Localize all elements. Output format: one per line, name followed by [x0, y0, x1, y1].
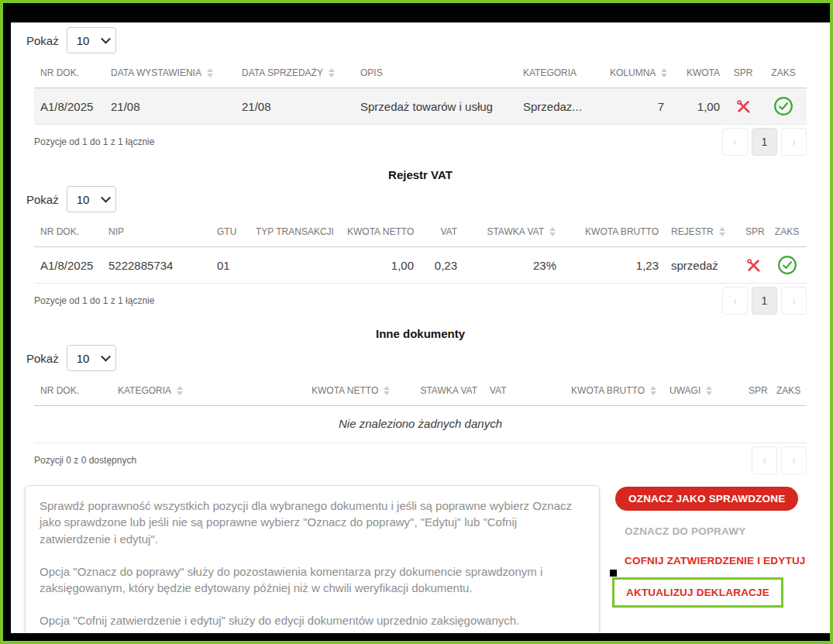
table-row[interactable]: A1/8/2025 5222885734 01 1,00 0,23 23% 1,… — [34, 247, 807, 284]
documents-page-size-select[interactable]: 10 — [67, 27, 116, 53]
cell-vat: 0,23 — [420, 247, 463, 284]
spr-status-cell — [739, 247, 767, 284]
cell-kwota-brutto: 1,23 — [563, 247, 665, 284]
cell-nr-dok: A1/8/2025 — [34, 247, 102, 284]
sort-icon — [207, 68, 214, 77]
content-area: Pokaż 10 NR DOK. DATA WYSTAWIENIA DATA — [11, 22, 830, 633]
page-1-button[interactable]: 1 — [752, 287, 777, 315]
inne-table-footer: Pozycji 0 z 0 dostępnych ‹ › — [34, 446, 807, 474]
col-kategoria: KATEGORIA — [517, 61, 604, 88]
cell-kwota-netto: 1,00 — [341, 247, 420, 284]
col-nr-dok: NR DOK. — [34, 61, 105, 88]
next-page-button[interactable]: › — [781, 287, 807, 315]
col-gtu: GTU — [211, 220, 250, 247]
rejestr-pagination: ‹ 1 › — [722, 287, 807, 315]
table-row[interactable]: A1/8/2025 21/08 21/08 Sprzedaż towarów i… — [34, 88, 807, 125]
rejestr-table-footer: Pozycje od 1 do 1 z 1 łącznie ‹ 1 › — [34, 287, 807, 315]
col-spr: SPR — [739, 220, 767, 247]
update-declarations-wrap: AKTUALIZUJ DEKLARACJE — [612, 577, 783, 608]
inne-dokumenty-table: NR DOK. KATEGORIA KWOTA NETTO STAWKA VAT… — [34, 379, 807, 443]
zaks-status-cell — [767, 247, 807, 284]
documents-table: NR DOK. DATA WYSTAWIENIA DATA SPRZEDAŻY … — [34, 61, 807, 125]
instruction-paragraph: Opcja "Cofnij zatwierdzenie i edytuj" sł… — [40, 612, 585, 629]
col-kategoria[interactable]: KATEGORIA — [112, 379, 305, 406]
cell-data-sprzedazy: 21/08 — [236, 88, 354, 125]
update-declarations-button[interactable]: AKTUALIZUJ DEKLARACJE — [612, 577, 783, 608]
cell-rejestr: sprzedaż — [665, 247, 739, 284]
mark-for-correction-button[interactable]: OZNACZ DO POPRAWY — [625, 525, 745, 537]
empty-message: Nie znaleziono żadnych danych — [34, 406, 807, 443]
spr-status-cell — [726, 88, 760, 125]
cell-kwota: 1,00 — [670, 88, 726, 125]
documents-section: Pokaż 10 NR DOK. DATA WYSTAWIENIA DATA — [25, 27, 816, 156]
sort-icon — [706, 386, 713, 395]
actions-column: OZNACZ JAKO SPRAWDZONE OZNACZ DO POPRAWY… — [615, 485, 806, 608]
col-vat: VAT — [420, 220, 463, 247]
prev-page-button[interactable]: ‹ — [752, 446, 777, 474]
inne-page-size-select[interactable]: 10 — [67, 345, 116, 371]
sort-icon — [719, 227, 726, 236]
cell-typ-transakcji — [250, 247, 341, 284]
prev-page-button[interactable]: ‹ — [722, 128, 748, 156]
rejestr-count-text: Pozycje od 1 do 1 z 1 łącznie — [34, 295, 154, 306]
instruction-paragraph: Opcja "Oznacz do poprawy" służy do pozos… — [40, 563, 585, 597]
next-page-button[interactable]: › — [781, 128, 807, 156]
sort-icon — [329, 68, 336, 77]
check-circle-icon — [777, 255, 797, 275]
col-vat: VAT — [484, 379, 532, 406]
empty-row: Nie znaleziono żadnych danych — [34, 406, 807, 443]
col-data-wystawienia[interactable]: DATA WYSTAWIENIA — [105, 61, 236, 88]
zaks-status-cell — [760, 88, 807, 125]
inne-dokumenty-section: Pokaż 10 NR DOK. KATEGORIA KWOTA NETTO — [25, 345, 816, 474]
sort-icon — [650, 386, 657, 395]
inne-count-text: Pozycji 0 z 0 dostępnych — [34, 455, 136, 466]
click-marker — [610, 570, 617, 577]
mark-checked-button[interactable]: OZNACZ JAKO SPRAWDZONE — [615, 487, 798, 511]
tools-icon — [746, 258, 761, 273]
cell-kolumna: 7 — [604, 88, 670, 125]
next-page-button[interactable]: › — [781, 446, 807, 474]
rejestr-vat-section: Pokaż 10 NR DOK. NIP GTU — [25, 186, 816, 315]
page-size-select-wrap: 10 — [67, 345, 116, 371]
col-uwagi[interactable]: UWAGI — [663, 379, 742, 406]
col-rejestr[interactable]: REJESTR — [665, 220, 739, 247]
col-kolumna[interactable]: KOLUMNA — [604, 61, 670, 88]
col-nr-dok: NR DOK. — [34, 220, 102, 247]
prev-page-button[interactable]: ‹ — [722, 287, 748, 315]
rejestr-vat-table: NR DOK. NIP GTU TYP TRANSAKCJI KWOTA NET… — [34, 220, 807, 284]
col-data-sprzedazy[interactable]: DATA SPRZEDAŻY — [236, 61, 354, 88]
instructions-box: Sprawdź poprawność wszystkich pozycji dl… — [25, 485, 600, 633]
inne-page-size-row: Pokaż 10 — [26, 345, 816, 371]
col-spr: SPR — [726, 61, 760, 88]
undo-and-edit-button[interactable]: COFNIJ ZATWIERDZENIE I EDYTUJ — [625, 555, 806, 567]
rejestr-page-size-row: Pokaż 10 — [26, 186, 816, 212]
bottom-area: Sprawdź poprawność wszystkich pozycji dl… — [25, 485, 816, 633]
col-kwota-netto: KWOTA NETTO — [341, 220, 420, 247]
col-kwota-brutto[interactable]: KWOTA BRUTTO — [532, 379, 663, 406]
sort-icon — [661, 68, 668, 77]
page-size-label: Pokaż — [26, 352, 59, 365]
sort-icon — [549, 227, 556, 236]
cell-nip: 5222885734 — [102, 247, 211, 284]
documents-count-text: Pozycje od 1 do 1 z 1 łącznie — [34, 136, 154, 147]
col-opis: OPIS — [354, 61, 517, 88]
check-circle-icon — [773, 96, 793, 116]
col-kwota-netto[interactable]: KWOTA NETTO — [305, 379, 392, 406]
col-zaks: ZAKS — [760, 61, 807, 88]
window-frame: Pokaż 10 NR DOK. DATA WYSTAWIENIA DATA — [0, 0, 833, 644]
rejestr-page-size-select[interactable]: 10 — [67, 186, 116, 212]
page-1-button[interactable]: 1 — [752, 128, 777, 156]
page-size-label: Pokaż — [26, 193, 59, 206]
tools-icon — [736, 99, 751, 114]
col-zaks: ZAKS — [767, 220, 807, 247]
col-nr-dok: NR DOK. — [34, 379, 112, 406]
cell-nr-dok: A1/8/2025 — [34, 88, 105, 125]
sort-icon — [384, 386, 391, 395]
cell-kategoria: Sprzedaz... — [517, 88, 604, 125]
instruction-paragraph: Sprawdź poprawność wszystkich pozycji dl… — [40, 498, 585, 547]
documents-table-footer: Pozycje od 1 do 1 z 1 łącznie ‹ 1 › — [34, 128, 807, 156]
inne-pagination: ‹ › — [752, 446, 807, 474]
cell-gtu: 01 — [211, 247, 250, 284]
sort-icon — [177, 386, 184, 395]
col-stawka-vat[interactable]: STAWKA VAT — [463, 220, 563, 247]
